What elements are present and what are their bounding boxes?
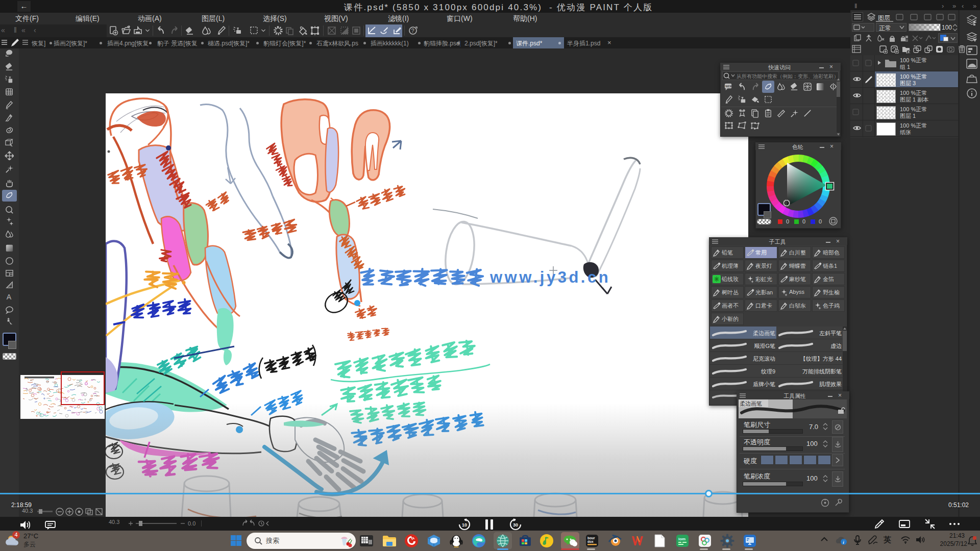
- svg-text:30: 30: [513, 522, 518, 528]
- svg-text:www.jy3d.cn: www.jy3d.cn: [489, 268, 610, 286]
- svg-text:?: ?: [411, 28, 414, 34]
- svg-text:10: 10: [462, 522, 467, 528]
- svg-text:dox: dox: [587, 540, 594, 543]
- svg-text:NEW: NEW: [725, 85, 732, 88]
- svg-text:iom: iom: [678, 537, 685, 541]
- svg-text:A: A: [7, 293, 12, 301]
- svg-text:0.0: 0.0: [188, 520, 195, 527]
- svg-text:bour: bour: [587, 536, 595, 540]
